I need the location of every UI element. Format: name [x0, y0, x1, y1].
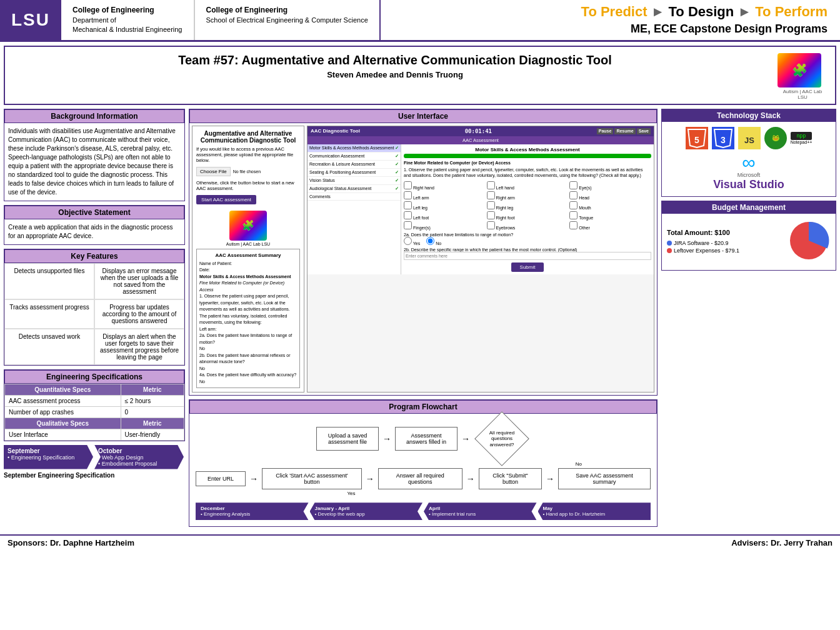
vs-section: ∞ Microsoft Visual Studio	[667, 153, 831, 191]
slogan: To Predict ► To Design ► To Perform	[581, 4, 828, 20]
project-title: Team #57: Augmentative and Alternative C…	[12, 53, 778, 68]
svg-text:5: 5	[694, 135, 699, 145]
otherwise-text: Otherwise, click the button below to sta…	[196, 180, 300, 191]
qual-metric-header: Metric	[121, 418, 184, 429]
assessment-item-7[interactable]: Comments	[308, 193, 401, 201]
flow-box-upload: Upload a savedassessment file	[316, 427, 379, 451]
tech-stack-header: Technology Stack	[662, 109, 836, 122]
legend-dot-2	[667, 248, 672, 253]
assessment-item-3[interactable]: Recreation & Leisure Assessment ✓	[308, 161, 401, 169]
budget-header: Budget Management	[662, 201, 836, 214]
svg-text:3: 3	[721, 135, 726, 145]
project-header: Team #57: Augmentative and Alternative C…	[4, 46, 836, 105]
ui-header: User Interface	[189, 109, 657, 123]
detail-panel: Motor Skills & Access Methods Assessment…	[401, 144, 654, 275]
flow-answer: Answer all required questions	[378, 468, 462, 489]
ui-section: User Interface Augmentative and Alternat…	[189, 109, 658, 396]
flow-start-btn: Click 'Start AAC assessment' button	[262, 468, 362, 489]
logo-caption-mid: Autism | AAC Lab LSU	[196, 242, 300, 246]
choose-file-btn[interactable]: Choose File	[196, 167, 231, 176]
arrow-2: →	[461, 434, 470, 444]
specs-section: Engineering Specifications Quantitative …	[4, 369, 185, 441]
left-column: Background Information Individuals with …	[4, 109, 185, 531]
frog-icon: 🐸	[764, 127, 787, 149]
legend-label-2: Leftover Expenses - $79.1	[674, 248, 739, 254]
flow-box-answers: Assessmentanswers filled in	[395, 427, 458, 451]
no-file-label: No file chosen	[233, 169, 261, 174]
spec-metric: 0	[121, 406, 184, 418]
legend-label-1: JIRA Software - $20.9	[674, 240, 729, 246]
feature-1-label: Detects unsupported files	[4, 263, 94, 299]
flowchart-header: Program Flowchart	[189, 400, 657, 414]
main-content: Background Information Individuals with …	[4, 109, 836, 531]
assessment-item-4[interactable]: Seating & Positioning Assessment ✓	[308, 169, 401, 177]
assessment-list: Motor Skills & Access Methods Assessment…	[308, 144, 401, 275]
ui-mockup-area: Augmentative and Alternative Communicati…	[189, 123, 657, 396]
objective-content: Create a web application that aids in th…	[4, 219, 184, 244]
features-section: Key Features Detects unsupported files D…	[4, 249, 185, 366]
assessment-item-5[interactable]: Vision Status ✓	[308, 177, 401, 185]
timeline-left: September • Engineering Specification Oc…	[4, 445, 185, 469]
tech-stack-section: Technology Stack 5 3 JS 🐸 npp Notepad++ …	[661, 109, 836, 197]
flow-enter-url: Enter URL	[196, 471, 246, 486]
school-info: College of Engineering School of Electri…	[195, 0, 381, 40]
aac-tool-panel: AAC Diagnostic Tool 00:01:41 Pause Resum…	[307, 126, 654, 393]
aac-tool-header: AAC Diagnostic Tool 00:01:41 Pause Resum…	[308, 126, 654, 136]
assessment-item-6[interactable]: Audiological Status Assessment ✓	[308, 185, 401, 193]
timeline-dec: December• Engineering Analysis	[196, 502, 309, 520]
flow-diamond: All requiredquestionsanswered?	[474, 420, 530, 458]
timeline-may: May• Hand app to Dr. Hartzheim	[538, 502, 651, 520]
budget-content: Total Amount: $100 JIRA Software - $20.9…	[662, 214, 836, 270]
ui-left-mockup: Augmentative and Alternative Communicati…	[192, 126, 304, 393]
timeline-oct: October • Web App Design • Embodiment Pr…	[94, 445, 184, 469]
mid-column: User Interface Augmentative and Alternat…	[189, 109, 658, 531]
legend-dot-1	[667, 241, 672, 246]
notepadpp-label: npp Notepad++	[791, 132, 812, 144]
qual-header: Qualitative Specs	[5, 418, 121, 429]
flowchart-section: Program Flowchart Upload a savedassessme…	[189, 399, 658, 527]
spec-metric: ≤ 2 hours	[121, 395, 184, 406]
spec-row: Number of app crashes	[5, 406, 121, 418]
background-section: Background Information Individuals with …	[4, 109, 185, 201]
infinity-icon: ∞	[667, 153, 831, 172]
lsu-logo: LSU	[0, 0, 61, 40]
submit-button[interactable]: Submit	[511, 262, 544, 272]
feature-2-label: Tracks assessment progress	[4, 299, 94, 329]
quant-header: Quantitative Specs	[5, 384, 121, 395]
panel-title: Motor Skills & Access Methods Assessment	[404, 147, 651, 152]
q2a: 2a. Does the patient have limitations to…	[404, 232, 651, 246]
svg-text:JS: JS	[744, 136, 754, 145]
objective-section: Objective Statement Create a web applica…	[4, 205, 185, 245]
progress-bar	[404, 154, 651, 158]
specs-table: Quantitative Specs Metric AAC assessment…	[4, 384, 184, 441]
spec-row: User Interface	[5, 429, 121, 440]
feature-2-desc: Progress bar updates according to the am…	[94, 299, 184, 329]
eng-spec-title: September Engineering Specification	[4, 472, 185, 479]
objective-header: Objective Statement	[4, 206, 184, 219]
spec-metric: User-friendly	[121, 429, 184, 440]
spec-row: AAC assessment process	[5, 395, 121, 406]
assessment-item-1[interactable]: Motor Skills & Access Methods Assessment…	[308, 144, 401, 152]
flow-submit: Click "Submit" button	[479, 468, 542, 489]
timeline-bottom: December• Engineering Analysis January -…	[196, 502, 651, 520]
start-assessment-btn[interactable]: Start AAC assessment	[196, 195, 256, 204]
budget-legend: JIRA Software - $20.9 Leftover Expenses …	[667, 240, 781, 254]
visual-studio-label: Visual Studio	[667, 178, 831, 191]
q2b: 2b. Describe the specific range in which…	[404, 248, 651, 260]
assessment-item-2[interactable]: Communication Assessment ✓	[308, 152, 401, 161]
sponsors: Sponsors: Dr. Daphne Hartzheim	[8, 538, 134, 548]
dept-info: College of Engineering Department of Mec…	[61, 0, 195, 40]
comments-input[interactable]	[404, 252, 651, 260]
arrow-1: →	[382, 434, 391, 444]
project-logo: 🧩 Autism | AAC Lab LSU	[778, 53, 828, 100]
tool-title: Augmentative and Alternative Communicati…	[196, 130, 300, 144]
aac-summary: AAC Assessment Summary Name of Patient:D…	[196, 249, 300, 389]
background-content: Individuals with disabilities use Augmen…	[4, 123, 184, 201]
timeline-sept: September • Engineering Specification	[4, 445, 93, 469]
checkboxes: Right hand Left hand Eye(s) Left arm Rig…	[404, 181, 651, 230]
flow-save: Save AAC assessment summary	[558, 468, 651, 489]
advisers: Advisers: Dr. Jerry Trahan	[731, 538, 832, 548]
js5-icon: JS	[738, 127, 761, 149]
no-label: No	[576, 461, 582, 467]
project-authors: Steven Amedee and Dennis Truong	[12, 70, 778, 79]
